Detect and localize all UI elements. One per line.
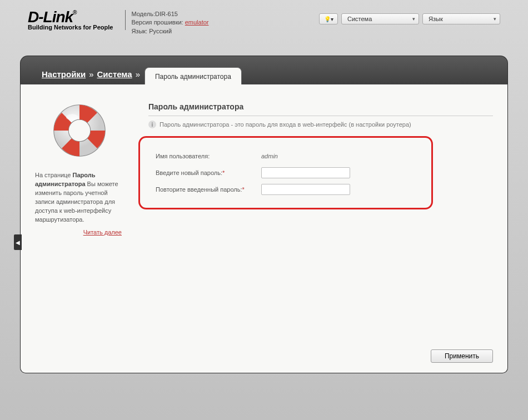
logo: D-Link® Building Networks for People [28,10,113,31]
sidebar: На странице Пароль администратора Вы мож… [35,96,124,363]
firmware-link[interactable]: emulator [185,19,209,26]
hint-toggle-button[interactable]: 💡 ▾ [319,13,338,24]
model-info: Модель:DIR-615 Версия прошивки: emulator… [131,10,208,36]
language-dropdown[interactable]: Язык ▾ [422,13,500,24]
read-more-link[interactable]: Читать далее [35,229,124,236]
breadcrumb-settings[interactable]: Настройки [42,69,86,79]
top-controls: 💡 ▾ Система ▾ Язык ▾ [319,13,500,24]
username-label: Имя пользователя: [156,153,261,159]
chevron-down-icon: ▾ [331,16,333,22]
username-value: admin [261,153,278,159]
repeat-password-input[interactable] [261,184,350,195]
hint-row: i Пароль администратора - это пароль для… [148,121,493,128]
panel-tabbar: Настройки » Система » Пароль администрат… [20,56,508,84]
info-icon: i [148,121,156,128]
logo-text: D-Link® [28,10,113,24]
header: D-Link® Building Networks for People Мод… [0,0,528,56]
chevron-down-icon: ▾ [494,16,496,22]
lightbulb-icon: 💡 [324,16,331,22]
help-icon [49,100,110,161]
apply-row: Применить [431,349,493,363]
svg-point-1 [68,119,91,142]
logo-subtitle: Building Networks for People [28,24,113,31]
apply-button[interactable]: Применить [431,349,493,363]
row-username: Имя пользователя: admin [156,148,407,164]
logo-block: D-Link® Building Networks for People Мод… [28,10,209,36]
form-highlight-box: Имя пользователя: admin Введите новый па… [138,136,433,209]
sidebar-toggle[interactable]: ◀ [14,234,22,250]
new-password-label: Введите новый пароль:* [156,169,261,176]
section-divider [148,116,493,116]
header-divider [125,10,126,30]
sidebar-help-text: На странице Пароль администратора Вы мож… [35,171,124,224]
hint-text: Пароль администратора - это пароль для в… [160,121,411,128]
main-panel: Настройки » Система » Пароль администрат… [20,56,508,373]
row-new-password: Введите новый пароль:* ✎ [156,164,407,181]
chevron-down-icon: ▾ [412,16,415,22]
section-title: Пароль администратора [148,102,493,111]
panel-body: ◀ На странице Пароль администр [20,84,508,373]
breadcrumb-system[interactable]: Система [97,69,132,79]
repeat-password-label: Повторите введенный пароль:* [156,186,261,193]
tab-admin-password[interactable]: Пароль администратора [145,67,242,85]
breadcrumb: Настройки » Система » [42,69,140,79]
content: Пароль администратора i Пароль администр… [135,96,493,363]
system-dropdown[interactable]: Система ▾ [341,13,419,24]
svg-point-2 [66,114,78,120]
chevron-left-icon: ◀ [16,239,20,246]
row-repeat-password: Повторите введенный пароль:* ✎ [156,181,407,198]
new-password-input[interactable] [261,167,350,178]
